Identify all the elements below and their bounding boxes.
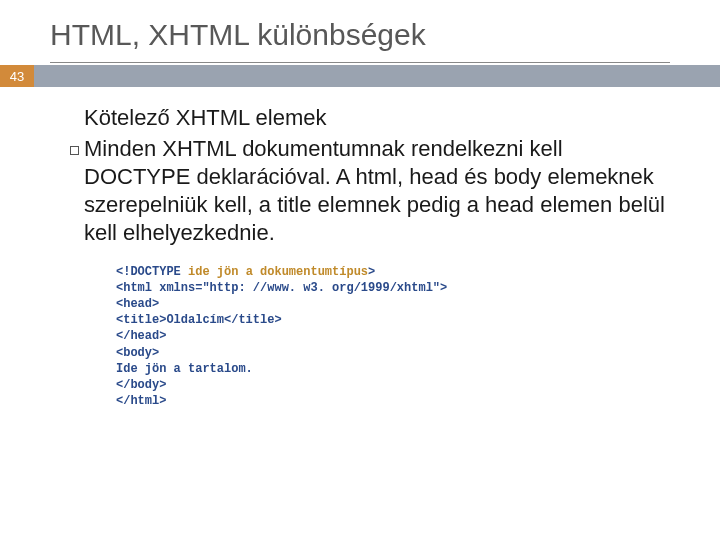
slide: HTML, XHTML különbségek 43 Kötelező XHTM… [0,0,720,540]
code-line-1-prefix: <!DOCTYPE [116,265,188,279]
code-line-1-suffix: > [368,265,375,279]
subheading: Kötelező XHTML elemek [84,105,680,131]
code-line-4: <title>Oldalcím</title> [116,313,282,327]
header-bar: 43 [0,65,720,87]
code-line-9: </html> [116,394,166,408]
code-block: <!DOCTYPE ide jön a dokumentumtípus> <ht… [116,264,680,410]
page-number-badge: 43 [0,65,34,87]
code-line-5: </head> [116,329,166,343]
content-area: Kötelező XHTML elemek Minden XHTML dokum… [0,87,720,409]
code-line-8: </body> [116,378,166,392]
code-line-1-highlight: ide jön a dokumentumtípus [188,265,368,279]
header-grey-bar [34,65,720,87]
code-line-3: <head> [116,297,159,311]
code-line-6: <body> [116,346,159,360]
slide-title: HTML, XHTML különbségek [0,0,720,62]
code-line-2: <html xmlns="http: //www. w3. org/1999/x… [116,281,447,295]
code-line-7: Ide jön a tartalom. [116,362,253,376]
bullet-text: Minden XHTML dokumentumnak rendelkezni k… [84,135,680,248]
bullet-item: Minden XHTML dokumentumnak rendelkezni k… [70,135,680,248]
bullet-marker-icon [70,135,84,159]
title-underline [50,62,670,63]
